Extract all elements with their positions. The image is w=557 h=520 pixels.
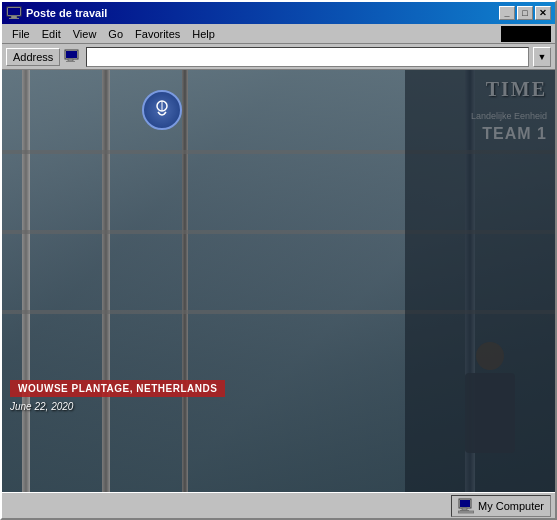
menu-bar: File Edit View Go Favorites Help — [2, 24, 555, 44]
status-bar: My Computer — [2, 492, 555, 518]
content-area: TIME Landelijke Eenheid TEAM 1 WOUWSE PL… — [2, 70, 555, 492]
menu-go[interactable]: Go — [102, 26, 129, 42]
menu-edit[interactable]: Edit — [36, 26, 67, 42]
window-title: Poste de travail — [26, 7, 107, 19]
window-icon — [6, 5, 22, 21]
svg-rect-11 — [460, 500, 470, 507]
svg-rect-12 — [462, 508, 467, 510]
svg-rect-14 — [458, 511, 474, 513]
door-structure-1 — [22, 70, 30, 492]
svg-rect-7 — [66, 61, 75, 62]
address-input[interactable] — [86, 47, 529, 67]
svg-rect-5 — [66, 51, 77, 58]
menu-file[interactable]: File — [6, 26, 36, 42]
title-bar-buttons: _ □ ✕ — [499, 6, 551, 20]
address-label: Address — [6, 48, 60, 66]
door-structure-3 — [182, 70, 188, 492]
logo-svg — [150, 98, 174, 122]
menu-help[interactable]: Help — [186, 26, 221, 42]
address-computer-icon — [64, 48, 82, 66]
svg-rect-6 — [68, 59, 73, 61]
figure-body — [465, 373, 515, 453]
location-tag: WOUWSE PLANTAGE, NETHERLANDS — [10, 380, 225, 397]
status-section-my-computer: My Computer — [451, 495, 551, 517]
figure-head — [476, 342, 504, 370]
svg-rect-3 — [9, 18, 19, 19]
my-computer-label: My Computer — [478, 500, 544, 512]
svg-rect-2 — [11, 16, 17, 18]
figure — [455, 342, 525, 472]
menu-view[interactable]: View — [67, 26, 103, 42]
close-button[interactable]: ✕ — [535, 6, 551, 20]
video-frame: TIME Landelijke Eenheid TEAM 1 WOUWSE PL… — [2, 70, 555, 492]
date-text: June 22, 2020 — [10, 401, 225, 412]
location-overlay: WOUWSE PLANTAGE, NETHERLANDS June 22, 20… — [10, 380, 225, 412]
logo-circle — [142, 90, 182, 130]
maximize-button[interactable]: □ — [517, 6, 533, 20]
address-dropdown[interactable]: ▼ — [533, 47, 551, 67]
menu-favorites[interactable]: Favorites — [129, 26, 186, 42]
title-bar: Poste de travail _ □ ✕ — [2, 2, 555, 24]
status-computer-icon — [458, 498, 474, 514]
title-bar-left: Poste de travail — [6, 5, 107, 21]
menu-bar-decoration — [501, 26, 551, 42]
main-window: Poste de travail _ □ ✕ File Edit View Go… — [0, 0, 557, 520]
svg-rect-1 — [8, 8, 20, 15]
door-structure-2 — [102, 70, 110, 492]
minimize-button[interactable]: _ — [499, 6, 515, 20]
address-bar: Address ▼ — [2, 44, 555, 70]
